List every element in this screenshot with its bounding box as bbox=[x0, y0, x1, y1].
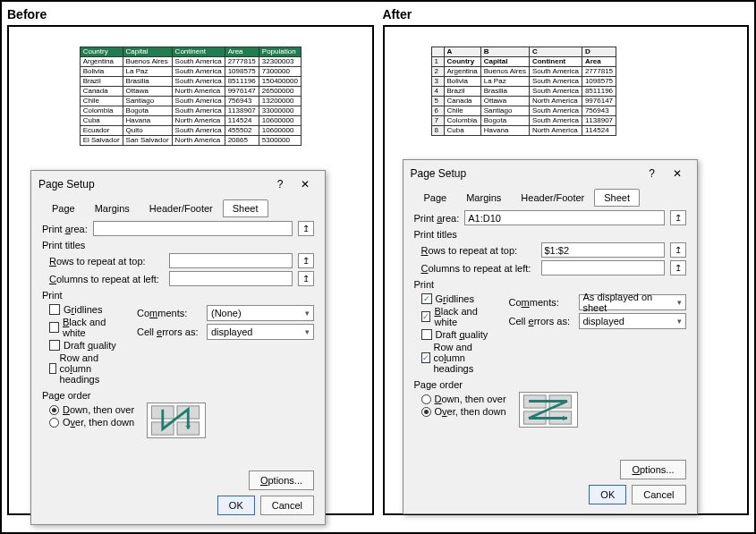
tabs: Page Margins Header/Footer Sheet bbox=[42, 199, 314, 217]
down-over-radio[interactable] bbox=[49, 405, 59, 415]
cols-repeat-label: Columns to repeat at left: bbox=[49, 274, 164, 284]
cols-repeat-input[interactable] bbox=[541, 260, 665, 275]
print-group: Print bbox=[414, 279, 686, 290]
draft-checkbox[interactable] bbox=[421, 329, 432, 340]
table-row: ChileSantiagoSouth America75694313200000 bbox=[80, 97, 301, 106]
tabs: Page Margins Header/Footer Sheet bbox=[414, 189, 686, 207]
gridlines-checkbox[interactable] bbox=[421, 293, 432, 304]
cols-repeat-input[interactable] bbox=[169, 271, 293, 286]
after-data-table: A B C D 1CountryCapitalContinentArea 2Ar… bbox=[431, 47, 617, 136]
table-row: 7ColombiaBogotaSouth America1138907 bbox=[431, 116, 616, 126]
options-button[interactable]: Options... bbox=[620, 460, 685, 479]
after-panel: A B C D 1CountryCapitalContinentArea 2Ar… bbox=[383, 25, 750, 515]
cell-errors-label: Cell errors as: bbox=[509, 316, 573, 326]
rows-repeat-input[interactable] bbox=[169, 253, 293, 268]
over-down-radio[interactable] bbox=[49, 418, 59, 428]
tab-header-footer[interactable]: Header/Footer bbox=[140, 199, 223, 217]
tab-sheet[interactable]: Sheet bbox=[223, 199, 268, 217]
bw-checkbox[interactable] bbox=[49, 322, 59, 333]
col-continent: Continent bbox=[172, 47, 225, 57]
print-area-input[interactable]: A1:D10 bbox=[464, 210, 664, 225]
table-row: 3BoliviaLa PazSouth America1098575 bbox=[431, 77, 616, 87]
col-country: Country bbox=[80, 47, 123, 57]
print-area-label: Print area: bbox=[414, 213, 460, 224]
table-row: 6ChileSantiagoSouth America756943 bbox=[431, 106, 616, 116]
tab-margins[interactable]: Margins bbox=[85, 199, 140, 217]
table-row: ArgentinaBuenos AiresSouth America277781… bbox=[80, 57, 301, 67]
cell-errors-label: Cell errors as: bbox=[137, 326, 201, 337]
col-capital: Capital bbox=[123, 47, 172, 57]
table-row: EcuadorQuitoSouth America45550210600000 bbox=[80, 126, 301, 136]
rows-repeat-label: Rows to repeat at top: bbox=[49, 256, 164, 267]
cols-repeat-label: Columns to repeat at left: bbox=[421, 263, 536, 274]
cell-errors-dropdown[interactable]: displayed bbox=[207, 324, 314, 340]
help-button[interactable]: ? bbox=[268, 176, 293, 192]
rowcol-checkbox[interactable] bbox=[49, 363, 56, 374]
range-select-icon[interactable] bbox=[670, 242, 686, 258]
print-area-label: Print area: bbox=[42, 224, 88, 234]
down-over-radio[interactable] bbox=[421, 394, 431, 404]
before-data-table: Country Capital Continent Area Populatio… bbox=[80, 47, 302, 146]
rowcol-checkbox[interactable] bbox=[421, 352, 430, 363]
close-button[interactable]: ✕ bbox=[293, 176, 318, 192]
tab-page[interactable]: Page bbox=[414, 189, 457, 207]
range-select-icon[interactable] bbox=[298, 221, 314, 236]
table-row: CanadaOttawaNorth America997614726500000 bbox=[80, 87, 301, 97]
print-group: Print bbox=[42, 290, 314, 301]
table-row: 4BrazilBrasiliaSouth America8511196 bbox=[431, 87, 616, 97]
gridlines-checkbox[interactable] bbox=[49, 304, 60, 315]
rows-repeat-input[interactable]: $1:$2 bbox=[541, 242, 665, 258]
tab-page[interactable]: Page bbox=[42, 199, 85, 217]
table-row: ColombiaBogotaSouth America1138907330000… bbox=[80, 106, 301, 116]
cell-errors-dropdown[interactable]: displayed bbox=[579, 313, 686, 329]
cancel-button[interactable]: Cancel bbox=[260, 496, 314, 515]
col-area: Area bbox=[225, 47, 259, 57]
tab-header-footer[interactable]: Header/Footer bbox=[511, 189, 594, 207]
over-down-radio[interactable] bbox=[421, 407, 431, 417]
print-titles-group: Print titles bbox=[414, 229, 686, 240]
range-select-icon[interactable] bbox=[670, 210, 686, 225]
table-row: El SalvadorSan SalvadorNorth America2086… bbox=[80, 136, 301, 146]
table-row: BrazilBrasiliaSouth America8511196150400… bbox=[80, 77, 301, 87]
table-row: CubaHavanaNorth America11452410600000 bbox=[80, 116, 301, 126]
options-button[interactable]: Options... bbox=[249, 470, 314, 490]
tab-sheet[interactable]: Sheet bbox=[594, 189, 640, 207]
close-button[interactable]: ✕ bbox=[665, 165, 690, 182]
table-row: BoliviaLa PazSouth America10985757300000 bbox=[80, 67, 301, 77]
after-heading: After bbox=[383, 7, 750, 21]
bw-checkbox[interactable] bbox=[421, 311, 431, 322]
print-area-input[interactable] bbox=[93, 221, 293, 236]
page-order-preview-icon bbox=[519, 392, 578, 428]
table-row: 8CubaHavanaNorth America114524 bbox=[431, 126, 616, 136]
comments-label: Comments: bbox=[509, 297, 573, 308]
before-panel: Country Capital Continent Area Populatio… bbox=[7, 25, 374, 515]
cancel-button[interactable]: Cancel bbox=[632, 485, 685, 504]
page-setup-dialog-before: Page Setup ? ✕ Page Margins Header/Foote… bbox=[30, 170, 326, 525]
tab-margins[interactable]: Margins bbox=[456, 189, 511, 207]
draft-checkbox[interactable] bbox=[49, 340, 60, 351]
help-button[interactable]: ? bbox=[640, 165, 665, 182]
range-select-icon[interactable] bbox=[298, 253, 314, 268]
col-population: Population bbox=[259, 47, 301, 57]
table-row: 1CountryCapitalContinentArea bbox=[431, 57, 616, 67]
range-select-icon[interactable] bbox=[670, 260, 686, 275]
table-row: 5CanadaOttawaNorth America9976147 bbox=[431, 97, 616, 106]
comments-dropdown[interactable]: As displayed on sheet bbox=[579, 294, 686, 310]
range-select-icon[interactable] bbox=[298, 271, 314, 286]
before-heading: Before bbox=[7, 7, 374, 21]
dialog-title: Page Setup bbox=[38, 178, 268, 191]
dialog-title: Page Setup bbox=[411, 167, 640, 180]
page-order-group: Page order bbox=[42, 390, 314, 401]
page-setup-dialog-after: Page Setup ? ✕ Page Margins Header/Foote… bbox=[403, 159, 698, 514]
rows-repeat-label: Rows to repeat at top: bbox=[421, 245, 536, 256]
page-order-group: Page order bbox=[414, 379, 686, 390]
page-order-preview-icon bbox=[147, 403, 206, 438]
print-titles-group: Print titles bbox=[42, 240, 314, 250]
table-row: 2ArgentinaBuenos AiresSouth America27778… bbox=[431, 67, 616, 77]
comments-label: Comments: bbox=[137, 308, 201, 318]
comments-dropdown[interactable]: (None) bbox=[207, 305, 314, 321]
ok-button[interactable]: OK bbox=[217, 496, 255, 515]
ok-button[interactable]: OK bbox=[589, 485, 626, 504]
